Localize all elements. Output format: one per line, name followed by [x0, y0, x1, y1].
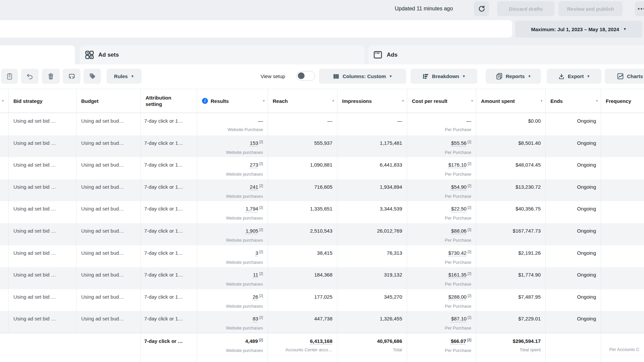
date-range-button[interactable]: Maximum: Jul 1, 2023 – May 18, 2024 ▼: [515, 21, 642, 38]
results-subtitle: Website purchases: [197, 216, 268, 221]
more-options-button[interactable]: •••: [635, 1, 644, 16]
cell-totals-results: 4,489[2]Website purchases: [197, 333, 268, 362]
ads-manager-screen: Updated 11 minutes ago Discard drafts Re…: [0, 0, 644, 362]
cost-per-result-subtitle: Per Purchase: [407, 282, 476, 287]
attribution-setting-value: 7-day click or 1…: [141, 250, 197, 256]
chevron-down-icon: ▼: [528, 75, 531, 78]
cost-per-result-value: —: [407, 118, 476, 124]
impressions-value: 1,934,894: [337, 184, 407, 190]
cell-results: —Website Purchase: [197, 113, 268, 135]
header-collapsed-column[interactable]: ▼: [0, 89, 9, 113]
tab-campaigns-partial[interactable]: [0, 45, 75, 64]
cost-per-result-link[interactable]: $176.10: [448, 162, 467, 168]
table-body: Using ad set bid …Using ad set bud…7-day…: [0, 113, 644, 333]
duplicate-button[interactable]: [1, 69, 18, 84]
export-button[interactable]: Export ▼: [547, 69, 601, 84]
charts-button[interactable]: Charts: [605, 69, 644, 84]
view-setup-toggle[interactable]: [297, 71, 315, 81]
table-row[interactable]: Using ad set bid …Using ad set bud…7-day…: [0, 267, 644, 289]
charts-icon: [617, 73, 624, 80]
reach-number: 1,090,881: [310, 162, 332, 168]
header-cost-per-result[interactable]: Cost per result▼: [407, 89, 476, 113]
breakdown-button[interactable]: Breakdown ▼: [411, 69, 477, 84]
table-row[interactable]: Using ad set bid …Using ad set bud…7-day…: [0, 157, 644, 179]
ends-value: Ongoing: [546, 228, 601, 234]
cost-per-result-link[interactable]: $87.10: [451, 316, 467, 321]
amount-spent-value: $1,774.90: [476, 272, 545, 278]
cell-impressions: 1,326,455: [337, 311, 407, 333]
results-link[interactable]: 1,905: [246, 228, 258, 234]
cost-per-result-link[interactable]: $730.42: [448, 250, 467, 256]
impressions-number: 1,326,455: [380, 316, 402, 321]
table-row[interactable]: Using ad set bid …Using ad set bud…7-day…: [0, 135, 644, 158]
tab-ads[interactable]: Ads: [368, 45, 644, 64]
header-ends[interactable]: Ends▼: [546, 89, 601, 113]
cost-per-result-link[interactable]: $161.35: [448, 272, 467, 278]
cell-results: 83[2]Website purchases: [197, 311, 268, 333]
cell-attribution-setting: 7-day click or 1…: [141, 113, 197, 135]
table-row[interactable]: Using ad set bid …Using ad set bud…7-day…: [0, 245, 644, 267]
table-row[interactable]: Using ad set bid …Using ad set bud…7-day…: [0, 113, 644, 135]
cost-per-result-link[interactable]: $22.50: [451, 206, 467, 212]
header-amount-spent[interactable]: Amount spent▼: [476, 89, 546, 113]
footnote-marker: [2]: [259, 162, 263, 166]
results-link[interactable]: 83: [253, 316, 258, 321]
results-link[interactable]: 1,794: [246, 206, 258, 212]
rules-button[interactable]: Rules ▼: [107, 69, 142, 84]
tag-button[interactable]: [84, 69, 101, 84]
bid-strategy-value: Using ad set bid …: [9, 294, 76, 300]
tab-ad-sets[interactable]: Ad sets: [80, 45, 365, 64]
header-results[interactable]: iResults▼: [197, 89, 268, 113]
reach-number: 184,368: [314, 272, 332, 278]
cell-bid-strategy: Using ad set bid …: [9, 135, 76, 158]
cost-per-result-link[interactable]: $55.56: [451, 140, 467, 146]
updated-status: Updated 11 minutes ago: [395, 0, 453, 17]
cost-per-result-link[interactable]: $88.06: [451, 228, 467, 234]
attribution-setting-value: 7-day click or 1…: [141, 184, 197, 190]
cost-per-result-subtitle: Per Purchase: [407, 150, 476, 155]
discard-drafts-button[interactable]: Discard drafts: [497, 1, 554, 16]
refresh-button[interactable]: [474, 1, 489, 16]
columns-icon: [333, 73, 339, 80]
table-row[interactable]: Using ad set bid …Using ad set bud…7-day…: [0, 289, 644, 311]
review-and-publish-button[interactable]: Review and publish: [558, 1, 623, 16]
cell-bid-strategy: Using ad set bid …: [9, 201, 76, 223]
amount-spent-number: $40,356.75: [516, 206, 541, 212]
cell-attribution-setting: 7-day click or 1…: [141, 179, 197, 201]
delete-button[interactable]: [42, 69, 60, 84]
ab-test-button[interactable]: [63, 69, 80, 84]
totals-cost-per-result-link[interactable]: $66.07: [451, 338, 466, 344]
results-link[interactable]: 11: [253, 272, 258, 278]
ends-value: Ongoing: [546, 315, 601, 322]
results-value: 1,794[2]: [197, 205, 268, 213]
header-reach[interactable]: Reach▼: [268, 89, 337, 113]
results-link[interactable]: 26: [253, 294, 258, 300]
results-link[interactable]: 153: [250, 140, 258, 146]
header-budget: Budget: [76, 89, 141, 113]
footnote-marker: [2]: [259, 338, 263, 342]
table-row[interactable]: Using ad set bid …Using ad set bud…7-day…: [0, 201, 644, 223]
table-row[interactable]: Using ad set bid …Using ad set bud…7-day…: [0, 311, 644, 333]
results-link[interactable]: 3: [256, 250, 258, 256]
filter-bar[interactable]: [0, 20, 512, 38]
cost-per-result-link[interactable]: $288.00: [448, 294, 467, 300]
cost-per-result-link[interactable]: $54.90: [451, 184, 467, 190]
reach-value: 184,368: [268, 272, 337, 278]
undo-button[interactable]: [21, 69, 39, 84]
results-link[interactable]: 241: [250, 184, 258, 190]
cell-totals-attribution: 7-day click or …: [141, 333, 197, 362]
cell-frequency: [601, 245, 644, 267]
results-link[interactable]: 273: [250, 162, 258, 168]
cell-frequency: [601, 201, 644, 223]
header-impressions[interactable]: Impressions▼: [337, 89, 407, 113]
cell-cost-per-result: $730.42[2]Per Purchase: [407, 245, 476, 267]
columns-button[interactable]: Columns: Custom ▼: [319, 69, 406, 84]
reports-button[interactable]: Reports ▼: [486, 69, 541, 84]
totals-reach-link[interactable]: 6,413,168: [310, 338, 332, 344]
table-row[interactable]: Using ad set bid …Using ad set bud…7-day…: [0, 179, 644, 201]
cell-bid-strategy: Using ad set bid …: [9, 289, 76, 311]
results-value: 3[2]: [197, 250, 268, 257]
info-icon[interactable]: i: [202, 98, 208, 104]
ends-number: Ongoing: [577, 162, 596, 168]
table-row[interactable]: Using ad set bid …Using ad set bud…7-day…: [0, 223, 644, 245]
